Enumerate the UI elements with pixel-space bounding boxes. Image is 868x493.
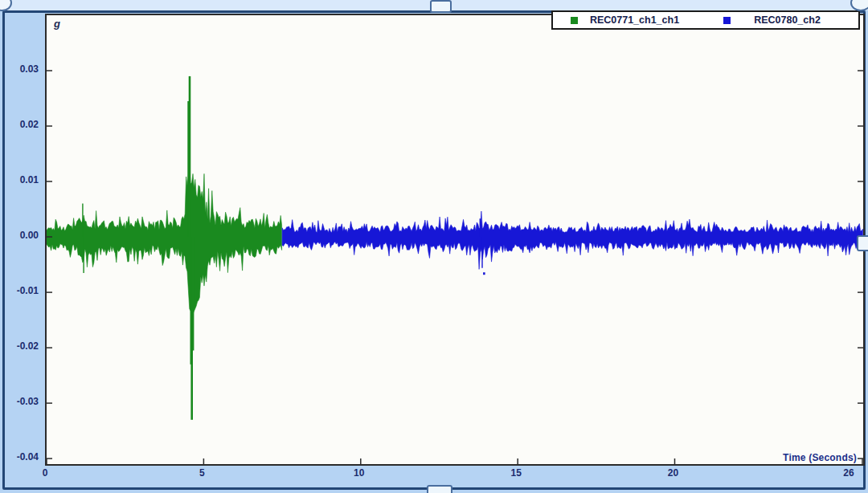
x-tick-label: 5 xyxy=(199,467,205,479)
x-axis-label: Time (Seconds) xyxy=(783,452,857,463)
waveform-plot xyxy=(47,15,863,464)
y-tick-label: -0.01 xyxy=(6,285,39,296)
legend-label-series2: REC0780_ch2 xyxy=(731,14,858,26)
series1-color-swatch xyxy=(571,17,578,24)
y-tick-label: 0.03 xyxy=(6,63,39,75)
legend: REC0771_ch1_ch1 REC0780_ch2 xyxy=(551,10,860,30)
y-tick-label: 0.02 xyxy=(6,119,39,130)
x-tick-label: 0 xyxy=(43,467,48,479)
x-tick-label: 15 xyxy=(510,467,521,479)
series2-color-swatch xyxy=(723,17,731,24)
y-tick-label: 0.01 xyxy=(6,174,39,185)
y-tick-label: -0.02 xyxy=(6,340,39,352)
legend-entry-series2: REC0780_ch2 xyxy=(706,12,858,28)
resize-handle-right-middle[interactable] xyxy=(857,235,868,251)
document-canvas: g Time (Seconds) REC0771_ch1_ch1 REC0780… xyxy=(0,0,868,493)
y-tick-label: 0.00 xyxy=(6,230,39,241)
resize-handle-bottom-center[interactable] xyxy=(427,485,452,493)
resize-handle-top-center[interactable] xyxy=(430,0,452,13)
x-tick-label: 10 xyxy=(354,467,364,479)
waveform-figure[interactable]: g Time (Seconds) xyxy=(45,14,865,466)
y-unit-label: g xyxy=(54,18,60,30)
legend-label-series1: REC0771_ch1_ch1 xyxy=(578,14,706,26)
x-tick-label: 26 xyxy=(843,467,854,479)
y-tick-label: -0.03 xyxy=(6,396,39,407)
legend-entry-series1: REC0771_ch1_ch1 xyxy=(553,12,706,28)
y-tick-label: -0.04 xyxy=(6,451,39,462)
x-tick-label: 20 xyxy=(668,467,678,479)
